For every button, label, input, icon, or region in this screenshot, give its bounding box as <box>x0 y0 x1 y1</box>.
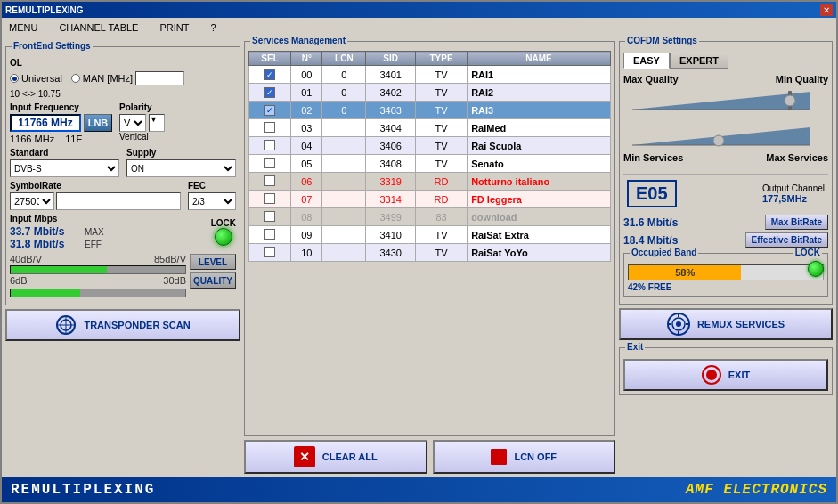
menu-item-print[interactable]: PRINT <box>156 20 192 35</box>
close-button[interactable]: ✕ <box>820 4 833 16</box>
universal-radio[interactable] <box>10 74 19 83</box>
table-row: 08 3499 83 download <box>249 208 611 226</box>
fec-select[interactable]: 2/3 3/4 <box>188 192 236 210</box>
supply-select[interactable]: ON OFF <box>126 159 236 177</box>
tab-expert[interactable]: EXPERT <box>670 53 728 69</box>
checkbox-unchecked[interactable] <box>264 140 275 150</box>
sid-cell: 3430 <box>366 244 416 262</box>
symrate-input[interactable] <box>56 192 181 210</box>
checkbox-unchecked[interactable] <box>264 175 275 186</box>
polarity-section: Polarity V H ▼ Vertical <box>119 102 165 144</box>
symrate-label: SymbolRate <box>10 181 181 191</box>
max-label: MAX <box>85 227 104 237</box>
checkbox-unchecked[interactable] <box>264 193 275 204</box>
sub-freq1: 1166 MHz <box>10 134 54 144</box>
col-sel: SEL <box>249 52 291 66</box>
radio-group: Universal MAN [MHz] <box>10 71 236 85</box>
universal-radio-row: Universal <box>10 71 62 85</box>
freq-row: LNB <box>10 114 112 132</box>
freq-input[interactable] <box>10 114 81 132</box>
remux-services-button[interactable]: REMUX SERVICES <box>619 308 833 340</box>
transponder-scan-button[interactable]: TRANSPONDER SCAN <box>5 309 240 341</box>
col-sid: SID <box>366 52 416 66</box>
services-table-body: ✓ 00 0 3401 TV RAI1 ✓ 01 0 3402 <box>249 66 611 262</box>
std-supply-section: Standard DVB-S DVB-S2 Supply ON OFF <box>10 148 236 177</box>
bitrate2-value: 18.4 Mbit/s <box>623 234 678 247</box>
table-row: 04 3406 TV Rai Scuola <box>249 137 611 155</box>
quality-labels: Max Quality Min Quality <box>623 74 828 85</box>
menu-item-help[interactable]: ? <box>207 20 219 35</box>
services-labels: Min Services Max Services <box>623 152 828 163</box>
lcn-off-button[interactable]: LCN OFF <box>433 440 616 474</box>
mbps-eff-value: 31.8 Mbit/s <box>10 238 81 250</box>
pol-arrow[interactable]: ▼ <box>149 114 165 132</box>
symrate-select[interactable]: 27500 <box>10 192 54 210</box>
standard-label: Standard <box>10 148 119 158</box>
eff-bitrate-button[interactable]: Effective BitRate <box>745 232 828 248</box>
n-cell: 00 <box>291 66 322 84</box>
main-window: REMULTIPLEXING ✕ MENU CHANNEL TABLE PRIN… <box>0 0 838 504</box>
table-row: ✓ 01 0 3402 TV RAI2 <box>249 84 611 102</box>
e05-label: E05 <box>627 180 677 207</box>
output-ch-value: 177,5MHz <box>762 193 825 204</box>
table-row: 10 3430 TV RaiSat YoYo <box>249 244 611 262</box>
lcn-cell <box>322 191 366 208</box>
pol-select[interactable]: V H <box>119 114 146 132</box>
checkbox-unchecked[interactable] <box>264 247 275 257</box>
checkbox-checked[interactable]: ✓ <box>264 69 275 80</box>
free-label: 42% FREE <box>628 282 824 292</box>
header-row: SEL N° LCN SID TYPE NAME <box>249 52 611 66</box>
n-cell: 02 <box>291 102 322 119</box>
occupied-section: Occupied Band LOCK 58% 42% FREE <box>623 253 828 297</box>
checkbox-unchecked[interactable] <box>264 158 275 168</box>
supply-section: Supply ON OFF <box>126 148 236 177</box>
clear-all-button[interactable]: ✕ CLEAR ALL <box>244 440 427 474</box>
lcn-cell: 0 <box>322 66 366 84</box>
man-radio[interactable] <box>71 74 80 83</box>
menu-item-menu[interactable]: MENU <box>5 20 41 35</box>
sid-cell: 3406 <box>366 137 416 155</box>
checkbox-unchecked[interactable] <box>264 122 275 133</box>
menu-item-channel-table[interactable]: CHANNEL TABLE <box>55 20 142 35</box>
sid-cell: 3499 <box>366 208 416 226</box>
checkbox-checked[interactable]: ✓ <box>264 87 275 98</box>
man-input[interactable] <box>135 71 184 85</box>
freq-polarity-section: Input Frequency LNB 1166 MHz 11F Polarit… <box>10 102 236 144</box>
pol-input-row: V H ▼ <box>119 114 165 132</box>
eff-label: EFF <box>85 240 102 249</box>
cofdm-tabs: EASY EXPERT <box>623 53 828 69</box>
std-section: Standard DVB-S DVB-S2 <box>10 148 119 177</box>
standard-select[interactable]: DVB-S DVB-S2 <box>10 159 119 177</box>
exit-button[interactable]: EXIT <box>623 359 828 391</box>
n-cell: 04 <box>291 137 322 155</box>
type-cell: RD <box>415 173 467 191</box>
quality-slider-track <box>623 88 828 115</box>
table-row: 09 3410 TV RaiSat Extra <box>249 226 611 244</box>
ol-section: OL <box>10 58 236 68</box>
n-cell: 01 <box>291 84 322 102</box>
occupied-lock-led <box>808 261 824 277</box>
separator <box>623 174 828 175</box>
n-cell: 03 <box>291 119 322 137</box>
clear-btn-label: CLEAR ALL <box>322 451 378 462</box>
svg-point-11 <box>713 135 724 146</box>
name-cell: RAI3 <box>468 102 611 119</box>
checkbox-unchecked[interactable] <box>264 211 275 222</box>
quality-button[interactable]: QUALITY <box>190 272 236 289</box>
lnb-button[interactable]: LNB <box>84 114 112 132</box>
level-button[interactable]: LEVEL <box>190 254 236 270</box>
cofdm-group: COFDM Settings EASY EXPERT Max Quality M… <box>619 41 833 305</box>
sel-cell <box>249 208 291 226</box>
fec-label: FEC <box>188 181 236 191</box>
max-bitrate-button[interactable]: Max BitRate <box>765 215 828 230</box>
checkbox-unchecked[interactable] <box>264 229 275 240</box>
checkbox-checked[interactable]: ✓ <box>264 105 275 116</box>
name-cell: RAI1 <box>468 66 611 84</box>
mbps-max-row: 33.7 Mbit/s MAX <box>10 225 204 238</box>
sid-cell: 3410 <box>366 226 416 244</box>
max-services-label: Max Services <box>766 152 828 163</box>
freq-section: Input Frequency LNB 1166 MHz 11F <box>10 102 112 144</box>
sub-freq: 1166 MHz 11F <box>10 134 112 144</box>
services-group: Services Management SEL N° LCN SID TYPE … <box>244 41 615 436</box>
tab-easy[interactable]: EASY <box>623 53 670 69</box>
